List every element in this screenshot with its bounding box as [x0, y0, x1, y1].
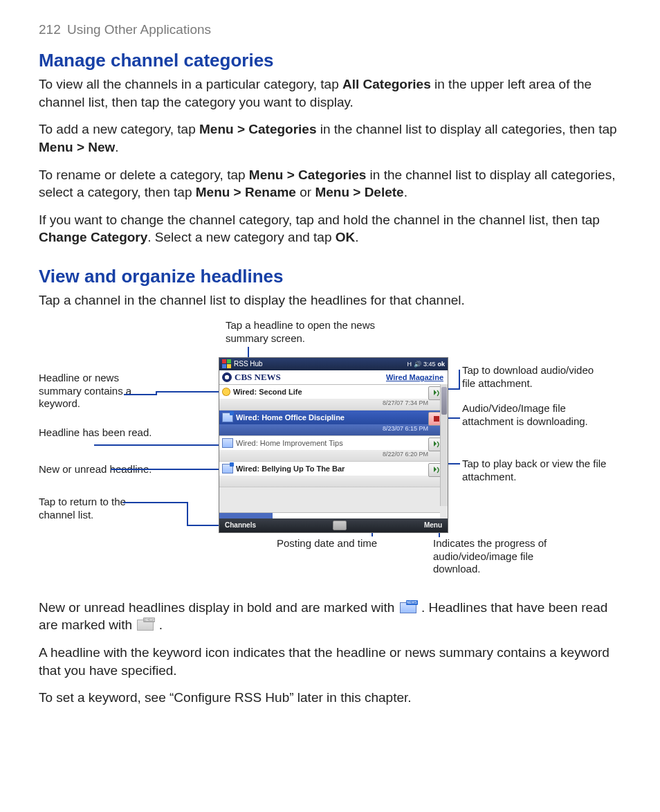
windows-icon[interactable]: [222, 359, 231, 368]
section-title-manage: Manage channel categories: [39, 50, 621, 71]
headline-row[interactable]: Wired: Home Office Discipline 8/23/07 6:…: [219, 410, 448, 436]
para: To set a keyword, see “Configure RSS Hub…: [39, 689, 621, 707]
leader-line: [156, 391, 157, 395]
app-title: RSS Hub: [234, 360, 263, 368]
callout-downloading: Audio/Video/Image file attachment is dow…: [462, 402, 607, 428]
headline-date: 8/22/07 6:20 PM: [219, 450, 448, 461]
speaker-icon: 🔊: [414, 361, 421, 368]
para: To view all the channels in a particular…: [39, 75, 621, 111]
headline-title: Wired: Home Improvement Tips: [236, 439, 343, 447]
para: New or unread headlines display in bold …: [39, 599, 621, 634]
leader-line: [124, 394, 157, 395]
running-head: 212 Using Other Applications: [39, 22, 621, 37]
softkey-channels[interactable]: Channels: [225, 521, 256, 529]
news-read-icon: [137, 620, 154, 631]
para: If you want to change the channel catego…: [39, 211, 621, 246]
headline-row[interactable]: Wired: Bellying Up To The Bar: [219, 462, 448, 487]
clock: 3:45: [423, 361, 436, 368]
section-title-view: View and organize headlines: [39, 266, 621, 287]
leader-line: [459, 370, 460, 390]
device-screenshot: RSS Hub H 🔊 3:45 ok CBS NEWS Wired Magaz…: [219, 357, 448, 533]
download-progress-fill: [219, 513, 273, 518]
headline-row[interactable]: Wired: Home Improvement Tips 8/22/07 6:2…: [219, 436, 448, 462]
svg-rect-0: [434, 416, 439, 422]
headline-date: 8/27/07 7:34 PM: [219, 399, 448, 410]
callout-keyword: Headline or news summary contains a keyw…: [39, 372, 156, 410]
callout-top: Tap a headline to open the news summary …: [226, 319, 398, 345]
softkey-menu[interactable]: Menu: [424, 521, 442, 529]
callout-read: Headline has been read.: [39, 426, 156, 440]
callout-download: Tap to download audio/video file attachm…: [462, 364, 607, 390]
news-read-icon: [222, 438, 233, 448]
channel-brand: CBS NEWS: [219, 372, 281, 383]
scrollbar-thumb[interactable]: [441, 387, 447, 415]
leader-line: [123, 502, 188, 503]
signal-icon: H: [407, 361, 412, 368]
callout-return: Tap to return to the channel list.: [39, 496, 156, 522]
softkey-bar: Channels Menu: [219, 518, 448, 532]
leader-line: [156, 391, 226, 393]
cbs-eye-icon: [222, 372, 232, 382]
callout-progress: Indicates the progress of audio/video/im…: [433, 537, 578, 576]
headline-title: Wired: Bellying Up To The Bar: [236, 464, 345, 473]
para: A headline with the keyword icon indicat…: [39, 644, 621, 679]
channel-header: CBS NEWS Wired Magazine: [219, 370, 448, 385]
para: Tap a channel in the channel list to dis…: [39, 291, 621, 309]
callout-date: Posting date and time: [277, 537, 377, 550]
page-number: 212: [39, 22, 61, 37]
headline-date: 8/23/07 6:15 PM: [219, 424, 448, 435]
leader-line: [111, 469, 226, 470]
headline-title: Wired: Second Life: [233, 388, 302, 396]
status-bar: RSS Hub H 🔊 3:45 ok: [219, 358, 448, 370]
headline-title: Wired: Home Office Discipline: [236, 413, 345, 422]
figure: Tap a headline to open the news summary …: [39, 319, 621, 596]
news-unread-icon: [222, 413, 233, 422]
headline-row[interactable]: Wired: Second Life 8/27/07 7:34 PM: [219, 385, 448, 410]
keyboard-icon[interactable]: [333, 521, 347, 530]
callout-playback: Tap to play back or view the file attach…: [462, 458, 607, 484]
news-unread-icon: [222, 464, 233, 473]
para: To rename or delete a category, tap Menu…: [39, 166, 621, 201]
chapter-title: Using Other Applications: [67, 22, 211, 37]
magazine-link[interactable]: Wired Magazine: [386, 373, 448, 381]
para: To add a new category, tap Menu > Catego…: [39, 120, 621, 156]
leader-line: [187, 502, 188, 525]
download-progress: [219, 512, 440, 518]
ok-button[interactable]: ok: [437, 361, 445, 368]
scrollbar[interactable]: [440, 384, 448, 506]
headline-date: [219, 476, 448, 487]
news-unread-icon: [400, 602, 416, 613]
leader-line: [94, 444, 226, 446]
keyword-icon: [222, 388, 230, 396]
